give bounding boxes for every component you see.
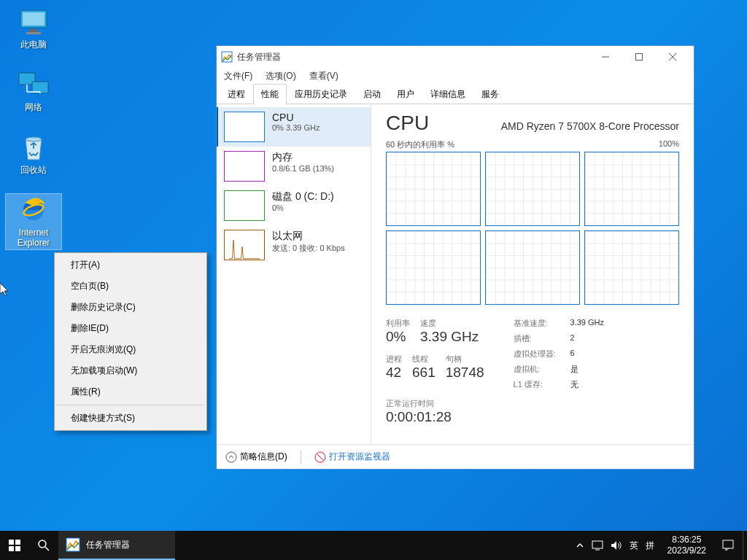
close-button[interactable] — [656, 47, 689, 67]
desktop-icon-network[interactable]: 网络 — [6, 69, 61, 114]
svg-rect-2 — [29, 29, 38, 32]
svg-rect-27 — [592, 541, 603, 548]
windows-icon — [9, 540, 20, 551]
desktop-icon-ie[interactable]: Internet Explorer — [6, 194, 61, 249]
ctx-delete-ie[interactable]: 删除IE(D) — [56, 318, 205, 339]
search-icon — [38, 540, 50, 551]
memory-thumb-icon — [224, 151, 265, 182]
util-val: 0% — [386, 329, 410, 345]
tab-performance[interactable]: 性能 — [253, 84, 287, 104]
maximize-button[interactable] — [622, 47, 656, 67]
start-button[interactable] — [0, 531, 29, 560]
tab-details[interactable]: 详细信息 — [422, 84, 473, 104]
svg-line-25 — [45, 547, 49, 551]
svg-rect-21 — [15, 540, 20, 545]
tab-app-history[interactable]: 应用历史记录 — [287, 84, 355, 104]
app-icon — [221, 51, 233, 63]
side-net-title: 以太网 — [272, 230, 345, 243]
net-thumb-icon — [224, 230, 265, 260]
action-center-button[interactable] — [713, 531, 743, 560]
open-resource-monitor-link[interactable]: 打开资源监视器 — [314, 451, 390, 463]
svg-rect-20 — [9, 540, 14, 545]
svg-point-9 — [26, 137, 42, 141]
proc-key: 进程 — [386, 354, 402, 365]
window-title: 任务管理器 — [237, 51, 589, 63]
side-ethernet[interactable]: 以太网发送: 0 接收: 0 Kbps — [217, 225, 371, 265]
vproc-val: 6 — [570, 349, 614, 359]
cpu-graphs — [386, 152, 679, 305]
bottom-bar: 简略信息(D) 打开资源监视器 — [217, 444, 694, 469]
vm-val: 是 — [570, 364, 614, 375]
ctx-open[interactable]: 打开(A) — [56, 254, 205, 276]
base-key: 基准速度: — [514, 318, 557, 329]
monitor-icon — [314, 451, 326, 463]
taskbar: 任务管理器 英 拼 8:36:25 2023/9/22 — [0, 531, 747, 560]
tray-chevron-icon[interactable] — [576, 541, 584, 550]
ctx-delete-history[interactable]: 删除历史记录(C) — [56, 297, 205, 318]
cpu-core-graph[interactable] — [386, 152, 481, 226]
ctx-no-addons[interactable]: 无加载项启动(W) — [56, 360, 205, 381]
svg-point-24 — [39, 540, 46, 548]
tab-startup[interactable]: 启动 — [355, 84, 389, 104]
cpu-core-graph[interactable] — [485, 230, 580, 305]
titlebar[interactable]: 任务管理器 — [217, 46, 694, 68]
tray-ime-mode[interactable]: 拼 — [646, 540, 654, 552]
ctx-properties[interactable]: 属性(R) — [56, 381, 205, 402]
perf-main: CPU AMD Ryzen 7 5700X 8-Core Processor 6… — [371, 104, 694, 444]
monitor-icon — [18, 7, 50, 36]
svg-point-17 — [226, 452, 236, 462]
tray-ime-lang[interactable]: 英 — [630, 540, 638, 552]
tab-users[interactable]: 用户 — [389, 84, 422, 104]
base-val: 3.39 GHz — [570, 318, 614, 329]
cpu-core-graph[interactable] — [584, 230, 679, 305]
fewer-details-button[interactable]: 简略信息(D) — [225, 451, 287, 463]
taskbar-task-task-manager[interactable]: 任务管理器 — [58, 531, 175, 560]
cpu-model: AMD Ryzen 7 5700X 8-Core Processor — [501, 120, 679, 132]
side-disk[interactable]: 磁盘 0 (C: D:)0% — [217, 186, 371, 225]
show-desktop-button[interactable] — [743, 531, 747, 560]
search-button[interactable] — [29, 531, 58, 560]
cpu-core-graph[interactable] — [485, 152, 580, 226]
speed-val: 3.39 GHz — [420, 329, 479, 345]
desktop-icon-recycle-bin[interactable]: 回收站 — [6, 131, 61, 176]
taskbar-clock[interactable]: 8:36:25 2023/9/22 — [660, 534, 713, 556]
cpu-core-graph[interactable] — [386, 230, 481, 305]
side-mem-sub: 0.8/6.1 GB (13%) — [272, 164, 334, 173]
ctx-blank-page[interactable]: 空白页(B) — [56, 276, 205, 297]
svg-rect-1 — [23, 12, 44, 26]
side-mem-title: 内存 — [272, 151, 334, 164]
tab-bar: 进程 性能 应用历史记录 启动 用户 详细信息 服务 — [217, 84, 694, 104]
side-memory[interactable]: 内存0.8/6.1 GB (13%) — [217, 147, 371, 186]
sockets-key: 插槽: — [514, 333, 557, 344]
tray-volume-icon[interactable] — [611, 540, 622, 551]
uptime-val: 0:00:01:28 — [386, 409, 484, 425]
threads-key: 线程 — [412, 354, 436, 365]
tab-services[interactable]: 服务 — [473, 84, 507, 104]
side-net-sub: 发送: 0 接收: 0 Kbps — [272, 243, 345, 254]
svg-rect-14 — [636, 54, 643, 61]
ctx-create-shortcut[interactable]: 创建快捷方式(S) — [56, 408, 205, 429]
uptime-key: 正常运行时间 — [386, 398, 484, 409]
menubar: 文件(F) 选项(O) 查看(V) — [217, 68, 694, 84]
menu-file[interactable]: 文件(F) — [221, 69, 255, 83]
menu-options[interactable]: 选项(O) — [263, 69, 298, 83]
chevron-up-circle-icon — [225, 451, 237, 463]
proc-val: 42 — [386, 365, 402, 381]
handles-key: 句柄 — [446, 354, 484, 365]
minimize-button[interactable] — [589, 47, 622, 67]
menu-view[interactable]: 查看(V) — [306, 69, 341, 83]
cpu-core-graph[interactable] — [584, 152, 679, 226]
side-cpu-sub: 0% 3.39 GHz — [272, 123, 320, 132]
desktop-icon-this-pc[interactable]: 此电脑 — [6, 6, 61, 51]
cpu-heading: CPU — [386, 112, 429, 135]
handles-val: 18748 — [446, 365, 484, 381]
perf-sidebar: CPU0% 3.39 GHz 内存0.8/6.1 GB (13%) 磁盘 0 (… — [217, 104, 371, 444]
tab-processes[interactable]: 进程 — [220, 84, 253, 104]
side-disk-title: 磁盘 0 (C: D:) — [272, 190, 334, 203]
tray-network-icon[interactable] — [592, 540, 603, 551]
desktop-icon-label: 此电脑 — [20, 39, 47, 50]
recycle-bin-icon — [18, 133, 50, 162]
ctx-inprivate[interactable]: 开启无痕浏览(Q) — [56, 339, 205, 360]
taskbar-task-label: 任务管理器 — [86, 539, 130, 551]
side-cpu[interactable]: CPU0% 3.39 GHz — [217, 107, 371, 147]
